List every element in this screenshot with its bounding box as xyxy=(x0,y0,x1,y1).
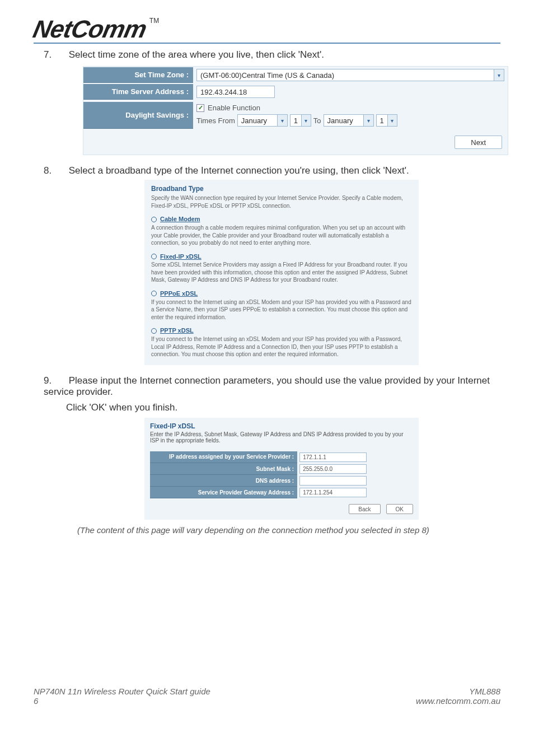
timezone-panel: Set Time Zone : (GMT-06:00)Central Time … xyxy=(83,66,508,155)
label-dns: DNS address : xyxy=(150,475,297,487)
link-fixed-ip[interactable]: Fixed-IP xDSL xyxy=(160,253,202,261)
dst-checkbox[interactable]: ✓ xyxy=(196,104,204,112)
ip-input[interactable]: 172.1.1.1 xyxy=(299,452,367,462)
label-ip: IP address assigned by your Service Prov… xyxy=(150,451,297,463)
timezone-value: (GMT-06:00)Central Time (US & Canada) xyxy=(197,71,494,80)
timezone-select[interactable]: (GMT-06:00)Central Time (US & Canada) ▾ xyxy=(196,69,504,81)
radio-pptp[interactable] xyxy=(151,328,157,334)
dst-from-day[interactable]: 1 ▾ xyxy=(290,114,311,127)
trademark: TM xyxy=(149,17,159,25)
label-mask: Subnet Mask : xyxy=(150,463,297,475)
step-text-9: Please input the Internet connection par… xyxy=(44,375,490,397)
step-text-7: Select time zone of the area where you l… xyxy=(69,49,324,60)
chevron-down-icon: ▾ xyxy=(301,115,311,126)
link-cable-modem[interactable]: Cable Modem xyxy=(160,215,200,223)
desc-pptp: If you connect to the Internet using an … xyxy=(151,335,412,358)
desc-fixed-ip: Some xDSL Internet Service Providers may… xyxy=(151,261,412,284)
timeserver-input[interactable]: 192.43.244.18 xyxy=(196,86,275,98)
label-dst: Daylight Savings : xyxy=(83,102,193,129)
link-pppoe[interactable]: PPPoE xDSL xyxy=(160,290,198,298)
desc-pppoe: If you connect to the Internet using an … xyxy=(151,298,412,321)
dns-input[interactable] xyxy=(299,476,367,486)
label-timeserver: Time Server Address : xyxy=(83,84,193,100)
dst-to-day[interactable]: 1 ▾ xyxy=(376,114,397,127)
label-gateway: Service Provider Gateway Address : xyxy=(150,487,297,498)
ok-button[interactable]: OK xyxy=(386,504,413,514)
dst-enable-label: Enable Function xyxy=(208,104,260,112)
footer-code: YML888 xyxy=(469,687,500,696)
broadband-title: Broadband Type xyxy=(151,184,412,193)
to-label: To xyxy=(313,116,321,125)
step-number-7: 7. xyxy=(44,49,66,60)
connection-note: (The content of this page will vary depe… xyxy=(77,525,500,535)
times-from-label: Times From xyxy=(196,116,235,125)
footer-page-number: 6 xyxy=(34,696,38,706)
chevron-down-icon: ▾ xyxy=(277,115,287,126)
chevron-down-icon: ▾ xyxy=(387,115,397,126)
dst-to-month[interactable]: January ▾ xyxy=(324,114,374,127)
fixedip-title: Fixed-IP xDSL xyxy=(150,422,413,430)
broadband-panel: Broadband Type Specify the WAN connectio… xyxy=(144,180,419,365)
next-button[interactable]: Next xyxy=(455,136,502,149)
radio-cable-modem[interactable] xyxy=(151,217,157,222)
back-button[interactable]: Back xyxy=(349,504,380,514)
radio-pppoe[interactable] xyxy=(151,291,157,296)
chevron-down-icon: ▾ xyxy=(494,69,504,81)
radio-fixed-ip[interactable] xyxy=(151,254,157,259)
step-number-8: 8. xyxy=(44,165,66,176)
footer-doc-title: NP740N 11n Wireless Router Quick Start g… xyxy=(34,687,210,696)
mask-input[interactable]: 255.255.0.0 xyxy=(299,464,367,474)
fixedip-panel: Fixed-IP xDSL Enter the IP Address, Subn… xyxy=(144,418,419,520)
dst-from-month[interactable]: January ▾ xyxy=(237,114,288,127)
footer-url: www.netcomm.com.au xyxy=(416,696,500,706)
desc-cable-modem: A connection through a cable modem requi… xyxy=(151,224,412,247)
page-footer: NP740N 11n Wireless Router Quick Start g… xyxy=(0,683,534,717)
step-number-9: 9. xyxy=(44,375,66,386)
step-text-8: Select a broadband type of the Internet … xyxy=(69,165,409,176)
step-text-9b: Click 'OK' when you finish. xyxy=(66,402,500,413)
brand-logo: NetComm TM xyxy=(34,17,500,44)
timeserver-value: 192.43.244.18 xyxy=(200,88,247,96)
fixedip-intro: Enter the IP Address, Subnet Mask, Gatew… xyxy=(150,431,413,444)
link-pptp[interactable]: PPTP xDSL xyxy=(160,326,194,335)
brand-name: NetComm xyxy=(31,17,148,41)
gateway-input[interactable]: 172.1.1.254 xyxy=(299,488,367,497)
broadband-intro: Specify the WAN connection type required… xyxy=(151,194,412,209)
chevron-down-icon: ▾ xyxy=(363,115,373,126)
label-timezone: Set Time Zone : xyxy=(83,67,193,83)
